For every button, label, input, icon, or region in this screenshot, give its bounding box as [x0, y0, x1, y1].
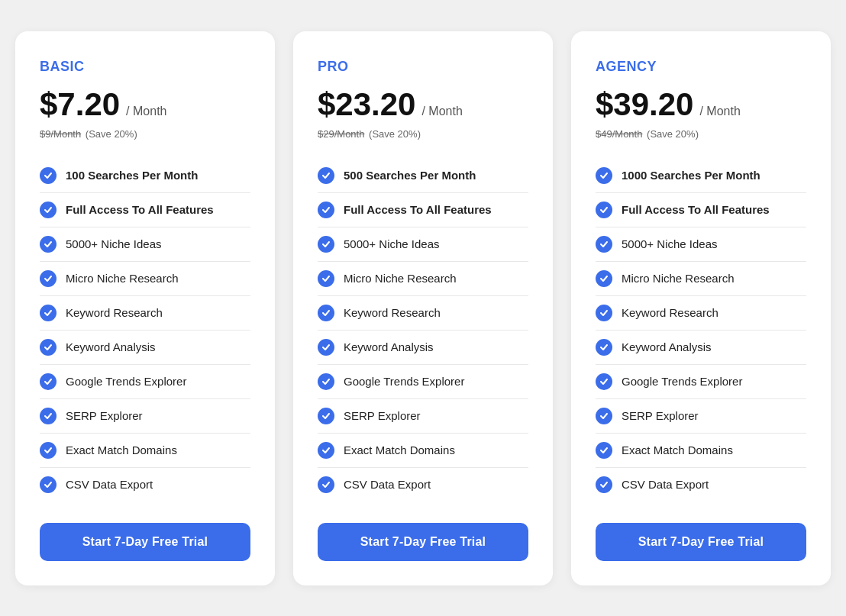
feature-item-agency-9: CSV Data Export — [596, 468, 806, 502]
feature-item-agency-8: Exact Match Domains — [596, 434, 806, 468]
check-icon-agency-0 — [596, 167, 612, 184]
check-icon-basic-9 — [40, 476, 57, 493]
feature-item-agency-0: 1000 Searches Per Month — [596, 159, 806, 193]
plan-name-pro: PRO — [318, 59, 528, 75]
feature-item-agency-7: SERP Explorer — [596, 399, 806, 434]
feature-item-basic-5: Keyword Analysis — [40, 331, 250, 365]
feature-item-pro-7: SERP Explorer — [318, 399, 528, 434]
check-icon-agency-8 — [596, 442, 612, 459]
feature-text-basic-9: CSV Data Export — [66, 478, 153, 491]
feature-text-pro-6: Google Trends Explorer — [344, 375, 464, 388]
pricing-container: BASIC$7.20/ Month$9/Month (Save 20%) 100… — [15, 31, 831, 585]
feature-item-basic-6: Google Trends Explorer — [40, 365, 250, 399]
feature-text-agency-8: Exact Match Domains — [622, 443, 733, 456]
cta-button-agency[interactable]: Start 7-Day Free Trial — [596, 523, 806, 561]
feature-item-pro-5: Keyword Analysis — [318, 331, 528, 365]
feature-text-agency-7: SERP Explorer — [622, 409, 699, 422]
feature-text-basic-2: 5000+ Niche Ideas — [66, 237, 162, 250]
feature-text-basic-4: Keyword Research — [66, 306, 163, 319]
price-savings-basic: (Save 20%) — [82, 128, 137, 140]
check-icon-pro-7 — [318, 408, 334, 424]
feature-text-pro-9: CSV Data Export — [344, 478, 431, 491]
feature-text-basic-3: Micro Niche Research — [66, 272, 179, 285]
feature-text-agency-9: CSV Data Export — [622, 478, 709, 491]
feature-text-pro-0: 500 Searches Per Month — [344, 169, 476, 182]
price-row-basic: $7.20/ Month — [40, 89, 250, 121]
feature-item-agency-1: Full Access To All Features — [596, 193, 806, 227]
check-icon-agency-3 — [596, 270, 612, 287]
price-savings-agency: (Save 20%) — [644, 128, 699, 140]
feature-item-basic-3: Micro Niche Research — [40, 262, 250, 296]
check-icon-agency-5 — [596, 339, 612, 356]
feature-item-pro-3: Micro Niche Research — [318, 262, 528, 296]
check-icon-basic-7 — [40, 408, 57, 424]
price-note-pro: $29/Month (Save 20%) — [318, 127, 528, 140]
price-amount-basic: $7.20 — [40, 89, 120, 121]
price-row-agency: $39.20/ Month — [596, 89, 806, 121]
feature-text-basic-7: SERP Explorer — [66, 409, 143, 422]
feature-text-agency-4: Keyword Research — [622, 306, 718, 319]
feature-text-basic-5: Keyword Analysis — [66, 340, 156, 353]
feature-item-basic-9: CSV Data Export — [40, 468, 250, 502]
feature-text-pro-4: Keyword Research — [344, 306, 441, 319]
feature-text-basic-0: 100 Searches Per Month — [66, 169, 198, 182]
feature-text-agency-5: Keyword Analysis — [622, 340, 712, 353]
cta-button-basic[interactable]: Start 7-Day Free Trial — [40, 523, 250, 561]
check-icon-agency-6 — [596, 373, 612, 390]
feature-item-basic-8: Exact Match Domains — [40, 434, 250, 468]
check-icon-basic-8 — [40, 442, 57, 459]
feature-item-pro-4: Keyword Research — [318, 296, 528, 331]
check-icon-agency-7 — [596, 408, 612, 424]
check-icon-agency-9 — [596, 476, 612, 493]
feature-text-pro-1: Full Access To All Features — [344, 203, 492, 216]
price-note-agency: $49/Month (Save 20%) — [596, 127, 806, 140]
check-icon-basic-3 — [40, 270, 57, 287]
check-icon-agency-1 — [596, 202, 612, 218]
features-list-agency: 1000 Searches Per Month Full Access To A… — [596, 159, 806, 502]
features-list-basic: 100 Searches Per Month Full Access To Al… — [40, 159, 250, 502]
feature-item-basic-2: 5000+ Niche Ideas — [40, 227, 250, 262]
pricing-card-basic: BASIC$7.20/ Month$9/Month (Save 20%) 100… — [15, 31, 275, 585]
price-original-agency: $49/Month — [596, 128, 642, 140]
feature-item-pro-9: CSV Data Export — [318, 468, 528, 502]
feature-item-agency-2: 5000+ Niche Ideas — [596, 227, 806, 262]
feature-text-agency-3: Micro Niche Research — [622, 272, 735, 285]
feature-text-basic-1: Full Access To All Features — [66, 203, 214, 216]
price-original-basic: $9/Month — [40, 128, 81, 140]
feature-item-pro-6: Google Trends Explorer — [318, 365, 528, 399]
check-icon-basic-6 — [40, 373, 57, 390]
price-period-basic: / Month — [126, 105, 166, 118]
check-icon-pro-0 — [318, 167, 334, 184]
check-icon-basic-1 — [40, 202, 57, 218]
price-row-pro: $23.20/ Month — [318, 89, 528, 121]
feature-text-basic-8: Exact Match Domains — [66, 443, 177, 456]
feature-item-basic-7: SERP Explorer — [40, 399, 250, 434]
check-icon-pro-8 — [318, 442, 334, 459]
feature-text-pro-7: SERP Explorer — [344, 409, 421, 422]
feature-item-agency-5: Keyword Analysis — [596, 331, 806, 365]
cta-button-pro[interactable]: Start 7-Day Free Trial — [318, 523, 528, 561]
pricing-card-pro: PRO$23.20/ Month$29/Month (Save 20%) 500… — [293, 31, 553, 585]
check-icon-agency-4 — [596, 305, 612, 321]
feature-item-agency-3: Micro Niche Research — [596, 262, 806, 296]
feature-item-pro-2: 5000+ Niche Ideas — [318, 227, 528, 262]
feature-text-agency-6: Google Trends Explorer — [622, 375, 742, 388]
feature-text-pro-2: 5000+ Niche Ideas — [344, 237, 440, 250]
plan-name-agency: AGENCY — [596, 59, 806, 75]
price-savings-pro: (Save 20%) — [366, 128, 421, 140]
feature-text-agency-0: 1000 Searches Per Month — [622, 169, 760, 182]
feature-item-pro-0: 500 Searches Per Month — [318, 159, 528, 193]
feature-text-pro-3: Micro Niche Research — [344, 272, 457, 285]
feature-text-pro-5: Keyword Analysis — [344, 340, 434, 353]
check-icon-basic-4 — [40, 305, 57, 321]
check-icon-basic-2 — [40, 236, 57, 253]
price-period-pro: / Month — [421, 105, 462, 118]
feature-text-pro-8: Exact Match Domains — [344, 443, 455, 456]
check-icon-agency-2 — [596, 236, 612, 253]
feature-text-agency-2: 5000+ Niche Ideas — [622, 237, 718, 250]
check-icon-pro-5 — [318, 339, 334, 356]
check-icon-pro-4 — [318, 305, 334, 321]
check-icon-pro-6 — [318, 373, 334, 390]
price-note-basic: $9/Month (Save 20%) — [40, 127, 250, 140]
check-icon-pro-3 — [318, 270, 334, 287]
